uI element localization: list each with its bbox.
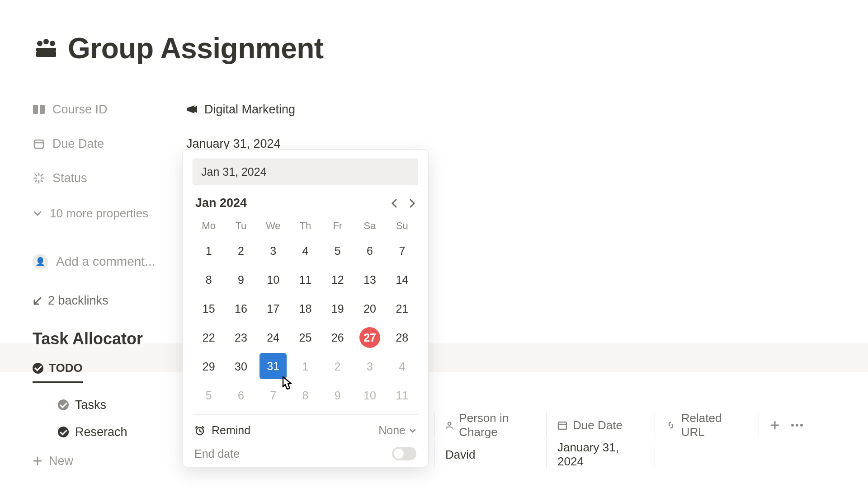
plus-icon [33, 456, 42, 466]
calendar-day[interactable]: 3 [354, 352, 386, 381]
calendar-day[interactable]: 9 [321, 381, 354, 410]
backlink-arrow-icon [33, 296, 42, 306]
calendar-icon [33, 137, 45, 150]
month-label[interactable]: Jan 2024 [195, 196, 247, 210]
calendar-day[interactable]: 10 [257, 265, 289, 294]
calendar-day[interactable]: 2 [321, 352, 354, 381]
calendar-day[interactable]: 5 [321, 236, 354, 265]
more-options-button[interactable] [791, 423, 803, 427]
date-input[interactable] [193, 159, 418, 185]
link-icon [666, 420, 676, 430]
backlinks-toggle[interactable]: 2 backlinks [33, 294, 868, 308]
check-circle-icon [33, 363, 43, 374]
cursor-pointer-icon [277, 373, 297, 393]
calendar-day[interactable]: 8 [193, 265, 225, 294]
calendar-day[interactable]: 17 [257, 294, 289, 323]
calendar-day[interactable]: 13 [354, 265, 386, 294]
calendar-day[interactable]: 19 [321, 294, 354, 323]
due-date-value[interactable]: January 31, 2024 [186, 137, 281, 151]
status-label: Status [52, 171, 87, 185]
cell-person[interactable]: David [434, 441, 546, 468]
book-icon [33, 103, 45, 116]
calendar-day[interactable]: 9 [225, 265, 257, 294]
course-id-label: Course ID [52, 103, 108, 117]
cell-due-date[interactable]: January 31, 2024 [546, 441, 655, 468]
calendar-day[interactable]: 4 [386, 352, 418, 381]
calendar-day[interactable]: 2 [225, 236, 257, 265]
column-person[interactable]: Person in Charge [434, 412, 546, 438]
end-date-label: End date [194, 447, 240, 460]
chevron-down-icon [409, 427, 416, 434]
svg-point-20 [791, 424, 794, 427]
calendar-day[interactable]: 6 [354, 236, 386, 265]
weekday-label: Mo [193, 216, 225, 236]
end-date-toggle[interactable] [392, 447, 416, 460]
svg-rect-6 [40, 105, 45, 114]
person-icon [445, 420, 453, 430]
svg-line-16 [41, 174, 43, 176]
svg-rect-4 [36, 52, 56, 57]
svg-rect-5 [33, 105, 38, 114]
cell-url[interactable] [655, 441, 759, 468]
calendar-day[interactable]: 21 [386, 294, 418, 323]
svg-line-15 [35, 180, 37, 182]
svg-line-14 [41, 180, 43, 182]
page-title[interactable]: Group Assignment [68, 32, 324, 65]
column-related-url[interactable]: Related URL [655, 412, 759, 438]
svg-point-17 [448, 422, 451, 425]
remind-option[interactable]: Remind [194, 424, 250, 437]
date-picker-popup: Jan 2024 MoTuWeThFrSaSu 1234567891011121… [182, 149, 429, 467]
calendar-day[interactable]: 22 [193, 323, 225, 352]
calendar-day[interactable]: 4 [289, 236, 321, 265]
column-due-date[interactable]: Due Date [546, 412, 655, 438]
more-properties-toggle[interactable]: 10 more properties [33, 198, 868, 229]
calendar-day[interactable]: 24 [257, 323, 289, 352]
svg-point-0 [37, 41, 42, 46]
calendar-day[interactable]: 26 [321, 323, 354, 352]
calendar-day[interactable]: 30 [225, 352, 257, 381]
calendar-day[interactable]: 12 [321, 265, 354, 294]
calendar-day[interactable]: 11 [386, 381, 418, 410]
weekday-label: Su [386, 216, 418, 236]
svg-rect-3 [36, 48, 56, 52]
add-column-button[interactable] [770, 420, 780, 430]
calendar-day[interactable]: 23 [225, 323, 257, 352]
weekday-label: Tu [225, 216, 257, 236]
calendar-day[interactable]: 5 [193, 381, 225, 410]
next-month-button[interactable] [409, 199, 415, 208]
calendar-day[interactable]: 1 [193, 236, 225, 265]
svg-line-13 [35, 174, 37, 176]
weekday-label: Fr [321, 216, 354, 236]
calendar-day[interactable]: 18 [289, 294, 321, 323]
avatar: 👤 [33, 254, 48, 269]
calendar-day[interactable]: 15 [193, 294, 225, 323]
calendar-day[interactable]: 14 [386, 265, 418, 294]
megaphone-icon [186, 104, 198, 115]
calendar-day[interactable]: 29 [193, 352, 225, 381]
calendar-day[interactable]: 16 [225, 294, 257, 323]
svg-point-2 [50, 41, 55, 46]
weekday-label: Sa [354, 216, 386, 236]
remind-value-select[interactable]: None [378, 424, 416, 437]
calendar-day[interactable]: 3 [257, 236, 289, 265]
calendar-day[interactable]: 7 [386, 236, 418, 265]
course-id-value[interactable]: Digital Marketing [186, 103, 295, 117]
calendar-day[interactable]: 27 [354, 323, 386, 352]
calendar-day[interactable]: 28 [386, 323, 418, 352]
svg-point-22 [800, 424, 803, 427]
prev-month-button[interactable] [391, 199, 397, 208]
comment-input[interactable]: Add a comment... [56, 254, 155, 269]
calendar-day[interactable]: 11 [289, 265, 321, 294]
due-date-label: Due Date [52, 137, 104, 151]
svg-point-1 [43, 39, 49, 44]
calendar-icon [557, 420, 567, 430]
calendar-day[interactable]: 10 [354, 381, 386, 410]
calendar-day[interactable]: 25 [289, 323, 321, 352]
calendar-day[interactable]: 20 [354, 294, 386, 323]
svg-rect-18 [558, 422, 566, 429]
svg-point-21 [796, 424, 798, 427]
group-icon [33, 38, 60, 58]
section-title[interactable]: Task Allocator [33, 329, 868, 348]
calendar-day[interactable]: 6 [225, 381, 257, 410]
tab-todo[interactable]: TODO [33, 361, 83, 383]
